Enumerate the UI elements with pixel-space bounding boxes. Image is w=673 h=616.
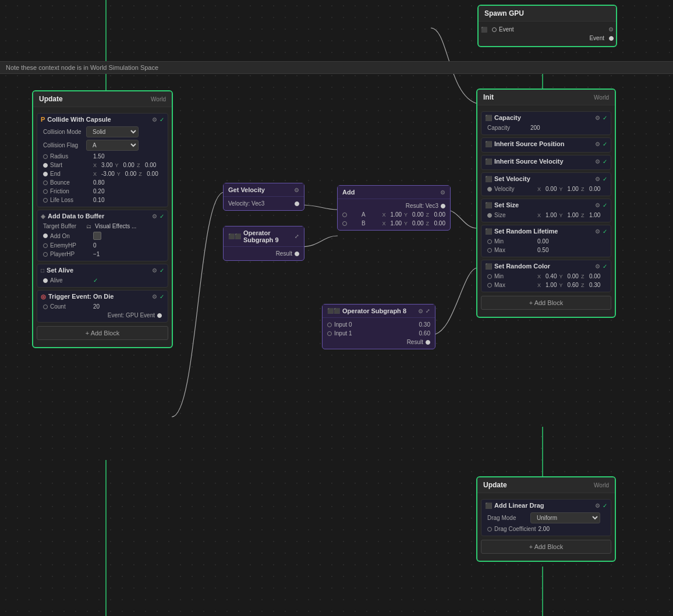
op-subgraph8-result-port[interactable] [426, 340, 430, 345]
collision-mode-select[interactable]: Solid [86, 126, 139, 137]
init-src-min-port[interactable] [487, 274, 492, 279]
radius-value: 1.50 [93, 153, 104, 160]
add-linear-drag-cog[interactable]: ⚙ [595, 502, 600, 509]
init-src-cog[interactable]: ⚙ [595, 263, 600, 270]
note-bar: Note these context node is in World Simu… [0, 61, 673, 74]
init-src-check[interactable]: ✓ [603, 263, 607, 270]
collision-mode-label: Collision Mode [43, 129, 84, 135]
trigger-event-check[interactable]: ✓ [160, 293, 164, 300]
collide-capsule-block: Ρ Collide With Capsule ⚙ ✓ Collision Mod… [37, 113, 168, 207]
radius-port[interactable] [43, 154, 48, 159]
trigger-event-cog[interactable]: ⚙ [152, 293, 157, 300]
op-subgraph8-input0-value: 0.30 [419, 321, 430, 328]
op-subgraph9-title: Operator Subgraph 9 [243, 229, 290, 243]
op-subgraph8-expand[interactable]: ⤢ [426, 308, 430, 314]
init-srl-min-port[interactable] [487, 239, 492, 244]
init-srl-cog[interactable]: ⚙ [595, 228, 600, 235]
init-setsize-check[interactable]: ✓ [603, 202, 607, 208]
init-setvel-port[interactable] [487, 187, 492, 192]
op-subgraph9-header: ⬛⬛ Operator Subgraph 9 ⤢ [224, 226, 304, 247]
count-port[interactable] [43, 305, 48, 309]
init-src-max-port[interactable] [487, 283, 492, 288]
set-alive-cog[interactable]: ⚙ [152, 267, 157, 274]
enemyhp-row: EnemyHP 0 [41, 241, 164, 250]
update-left-add-block-btn[interactable]: + Add Block [37, 326, 168, 340]
playerhp-port[interactable] [43, 252, 48, 257]
init-srl-header: ⬛ Set Random Lifetime ⚙ ✓ [485, 228, 607, 235]
alive-port[interactable] [43, 278, 48, 283]
init-setvel-cog[interactable]: ⚙ [595, 176, 600, 182]
update-left-body: Ρ Collide With Capsule ⚙ ✓ Collision Mod… [33, 107, 172, 347]
init-isv-check[interactable]: ✓ [603, 158, 607, 165]
add-data-buffer-cog[interactable]: ⚙ [152, 213, 157, 220]
add-on-checkbox[interactable] [93, 232, 101, 240]
target-buffer-row: Target Buffer 🗂 Visual Effects ... [41, 222, 164, 231]
update-left-header: Update World [33, 91, 172, 107]
init-isp-header: ⬛ Inherit Source Position ⚙ ✓ [485, 140, 607, 147]
spawn-event-in-port[interactable] [492, 27, 497, 32]
op-subgraph8-header: ⬛⬛ Operator Subgraph 8 ⚙ ⤢ [323, 305, 435, 318]
spawn-event-out-port[interactable] [609, 36, 614, 41]
op-subgraph8-cog[interactable]: ⚙ [418, 308, 423, 314]
init-capacity-check[interactable]: ✓ [603, 115, 607, 121]
trigger-event-controls: ⚙ ✓ [152, 293, 164, 300]
add-op-cog[interactable]: ⚙ [440, 189, 445, 196]
spawn-event-cog[interactable]: ⚙ [608, 26, 614, 33]
spawn-gpu-body: ⬛ Event ⚙ Event [479, 22, 616, 46]
get-velocity-body: Velocity: Vec3 [224, 197, 304, 210]
add-a-port[interactable] [342, 213, 347, 217]
init-isp-check[interactable]: ✓ [603, 141, 607, 147]
set-alive-check[interactable]: ✓ [160, 267, 164, 274]
init-setsize-cog[interactable]: ⚙ [595, 202, 600, 208]
velocity-out-port[interactable] [295, 201, 299, 206]
op-subgraph8-input1-port[interactable] [327, 331, 332, 336]
update-right-add-block-btn[interactable]: + Add Block [481, 540, 611, 554]
collide-capsule-check[interactable]: ✓ [160, 116, 164, 123]
init-setsize-port[interactable] [487, 213, 492, 218]
init-src-max-xyz: X1.00 Y0.60 Z0.30 [537, 282, 600, 288]
init-srl-min-label: Min [494, 238, 535, 245]
drag-mode-select[interactable]: Uniform [530, 512, 600, 523]
get-velocity-cog[interactable]: ⚙ [294, 187, 299, 193]
enemyhp-value: 0 [93, 242, 97, 249]
init-srl-check[interactable]: ✓ [603, 228, 607, 235]
op-subgraph9-expand[interactable]: ⤢ [295, 233, 299, 239]
init-isp-cog[interactable]: ⚙ [595, 141, 600, 147]
spawn-event-in-row: ⬛ Event ⚙ [479, 25, 616, 34]
canvas: Note these context node is in World Simu… [0, 0, 673, 616]
add-on-port[interactable] [43, 233, 48, 238]
collision-flag-select[interactable]: A [86, 140, 139, 151]
init-isv-cog[interactable]: ⚙ [595, 158, 600, 165]
init-setvel-check[interactable]: ✓ [603, 176, 607, 182]
bounce-value: 0.80 [93, 179, 104, 186]
init-add-block-btn[interactable]: + Add Block [481, 296, 611, 310]
end-port[interactable] [43, 172, 48, 176]
init-capacity-header: ⬛ Capacity ⚙ ✓ [485, 114, 607, 121]
event-out-port[interactable] [157, 313, 162, 318]
friction-port[interactable] [43, 189, 48, 194]
end-label: End [50, 171, 91, 177]
start-port[interactable] [43, 163, 48, 168]
end-xyz: X-3.00 Y0.00 Z0.00 [93, 171, 158, 177]
collide-capsule-cog[interactable]: ⚙ [152, 116, 157, 123]
bounce-port[interactable] [43, 180, 48, 185]
add-data-buffer-check[interactable]: ✓ [160, 213, 164, 220]
enemyhp-port[interactable] [43, 243, 48, 248]
add-b-port[interactable] [342, 221, 347, 226]
init-srl-max-value: 0.50 [537, 247, 548, 253]
op-subgraph9-result-port[interactable] [295, 252, 299, 256]
op-subgraph8-input0-port[interactable] [327, 323, 332, 327]
init-capacity-cog[interactable]: ⚙ [595, 115, 600, 121]
lifeloss-port[interactable] [43, 198, 48, 203]
init-setsize-header: ⬛ Set Size ⚙ ✓ [485, 201, 607, 208]
add-data-buffer-controls: ⚙ ✓ [152, 213, 164, 220]
add-result-port[interactable] [441, 204, 445, 208]
drag-coeff-label: Drag Coefficient [494, 526, 536, 532]
drag-coeff-port[interactable] [487, 527, 492, 532]
add-linear-drag-check[interactable]: ✓ [603, 502, 607, 509]
event-out-row: Event: GPU Event [41, 311, 164, 320]
update-right-subtitle: World [594, 482, 609, 488]
init-srl-max-port[interactable] [487, 248, 492, 253]
init-srl-max-label: Max [494, 247, 535, 253]
friction-label: Friction [50, 188, 91, 194]
